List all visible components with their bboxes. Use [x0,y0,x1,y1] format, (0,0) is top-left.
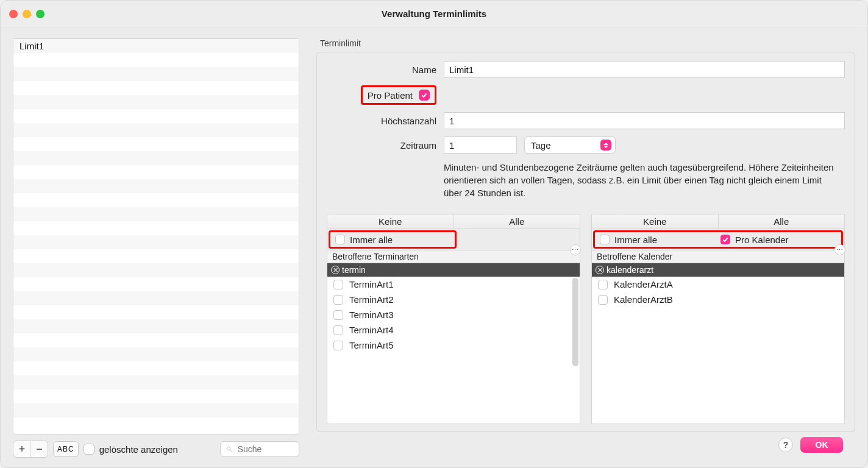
list-item[interactable] [13,389,299,403]
name-field[interactable] [444,61,845,78]
search-icon [226,445,233,453]
max-field[interactable] [444,112,845,129]
item-label: TerminArt4 [349,325,394,335]
list-item[interactable] [13,137,299,151]
item-label: KalenderArztB [614,294,673,305]
item-checkbox[interactable] [333,295,343,305]
terminarten-immer-alle-checkbox[interactable] [335,235,345,244]
item-label: TerminArt2 [349,294,394,305]
scrollbar[interactable] [572,278,578,366]
col-keine[interactable]: Keine [327,214,454,229]
list-item[interactable] [13,207,299,221]
terminarten-column: Keine Alle Immer alle Betroffene Termina… [327,214,580,424]
svg-line-1 [230,450,231,451]
terminlimit-panel: Name Pro Patient Höchstanzahl Zeitraum [316,52,855,432]
kalender-filter-header: Betroffene Kalender ⋯ [592,250,844,263]
terminarten-immer-alle-label: Immer alle [350,235,393,245]
list-item[interactable] [13,221,299,235]
list-item[interactable] [13,95,299,109]
list-item[interactable] [13,109,299,123]
list-item[interactable] [13,347,299,361]
list-item[interactable]: TerminArt4 [327,322,580,338]
list-item[interactable] [13,235,299,249]
item-checkbox[interactable] [333,341,343,350]
col-alle[interactable]: Alle [454,214,580,229]
kalender-column: Keine Alle Immer alle [591,214,845,424]
list-item[interactable]: TerminArt3 [327,307,580,322]
list-item[interactable] [13,263,299,277]
list-item[interactable]: TerminArt1 [327,277,580,292]
svg-point-0 [227,447,230,450]
max-label: Höchstanzahl [327,116,436,126]
list-item[interactable] [13,305,299,319]
list-item[interactable] [13,375,299,389]
terminarten-more-icon[interactable]: ⋯ [570,244,581,255]
item-label: TerminArt1 [349,279,394,289]
add-button[interactable]: + [13,441,30,457]
sidebar-footer: + − ABC gelöschte anzeigen [13,434,299,458]
list-item[interactable] [13,81,299,95]
immer-alle-terminarten-highlight: Immer alle [329,230,457,249]
kalender-tag-remove-icon[interactable]: ✕ [596,266,604,274]
list-item[interactable] [13,179,299,193]
col-keine-k[interactable]: Keine [592,214,719,229]
pro-kalender-label: Pro Kalender [735,235,789,245]
pro-kalender-checkbox[interactable] [720,235,730,244]
terminarten-header: Keine Alle [327,214,580,229]
kalender-immer-alle-label: Immer alle [614,235,657,245]
list-item[interactable] [13,249,299,263]
ok-button[interactable]: OK [800,437,843,453]
terminarten-filter-tag: ✕ termin [327,263,580,277]
search-input[interactable] [237,444,294,455]
period-unit-select[interactable]: Tage [524,136,616,154]
item-checkbox[interactable] [333,325,343,335]
abc-sort-button[interactable]: ABC [53,441,79,457]
pro-patient-label: Pro Patient [368,90,413,101]
kalender-list[interactable]: KalenderArztAKalenderArztB [592,277,844,424]
chevron-updown-icon [600,140,611,151]
list-item[interactable]: TerminArt2 [327,292,580,307]
list-item[interactable]: Limit1 [13,39,299,53]
window: Verwaltung Terminlimits Limit1 + − ABC g… [0,0,868,468]
terminarten-list[interactable]: TerminArt1TerminArt2TerminArt3TerminArt4… [327,277,580,424]
item-label: KalenderArztA [614,279,673,289]
list-item[interactable] [13,67,299,81]
list-item[interactable] [13,53,299,67]
terminarten-filter-label: Betroffene Terminarten [332,252,419,261]
pro-patient-highlight: Pro Patient [361,85,436,105]
item-checkbox[interactable] [598,280,608,289]
sidebar: Limit1 + − ABC gelöschte anzeigen [13,38,299,458]
list-item[interactable] [13,123,299,137]
list-item[interactable] [13,165,299,179]
remove-button[interactable]: − [30,441,48,457]
kalender-header: Keine Alle [592,214,844,229]
list-item[interactable] [13,333,299,347]
list-item[interactable] [13,319,299,333]
search-input-wrap[interactable] [220,441,299,457]
col-alle-k[interactable]: Alle [719,214,845,229]
kalender-more-icon[interactable]: ⋯ [834,244,845,255]
pro-patient-checkbox[interactable] [419,90,430,101]
list-item[interactable] [13,193,299,207]
help-button[interactable]: ? [778,438,793,452]
list-item[interactable] [13,277,299,291]
add-remove-buttons: + − [13,441,48,458]
form: Name Pro Patient Höchstanzahl Zeitraum [327,61,845,199]
list-item[interactable] [13,291,299,305]
list-item[interactable] [13,151,299,165]
period-label: Zeitraum [327,140,436,151]
item-checkbox[interactable] [333,280,343,289]
item-checkbox[interactable] [598,295,608,305]
kalender-tag-text: kalenderarzt [607,265,653,275]
kalender-immer-alle-checkbox[interactable] [600,235,610,244]
list-item[interactable]: KalenderArztB [592,292,844,307]
limits-list[interactable]: Limit1 [13,38,299,434]
list-item[interactable] [13,403,299,417]
list-item[interactable]: KalenderArztA [592,277,844,292]
period-value-field[interactable] [444,136,517,154]
item-checkbox[interactable] [333,310,343,320]
list-item[interactable] [13,361,299,375]
show-deleted-checkbox[interactable] [84,444,94,455]
list-item[interactable]: TerminArt5 [327,338,580,353]
terminarten-tag-remove-icon[interactable]: ✕ [331,266,340,274]
